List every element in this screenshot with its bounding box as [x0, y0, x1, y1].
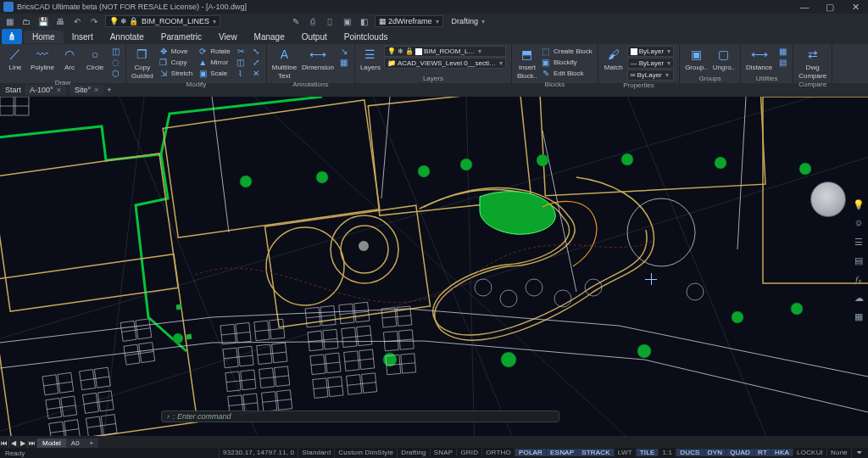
- add-doc-button[interactable]: +: [107, 86, 111, 94]
- mirror-button[interactable]: ▲Mirror: [198, 57, 231, 67]
- stretch-button[interactable]: ⇲Stretch: [159, 68, 192, 78]
- status-toggle-tile[interactable]: TILE: [636, 449, 659, 456]
- text-style[interactable]: Standard: [298, 448, 334, 458]
- tool-icon[interactable]: ⎙: [307, 15, 319, 27]
- color-bylayer-dd[interactable]: ByLayer▾: [627, 46, 674, 57]
- maximize-button[interactable]: ▢: [817, 2, 843, 13]
- current-layer-dropdown[interactable]: 💡❄🔒BIM_ROOM_L…▾: [384, 46, 506, 57]
- tab-insert[interactable]: Insert: [64, 31, 102, 43]
- edit-block-button[interactable]: ✎Edit Block: [541, 68, 593, 78]
- copy2-button[interactable]: ❐Copy: [159, 57, 192, 67]
- distance-button[interactable]: ⟷Distance: [746, 46, 772, 71]
- undo-icon[interactable]: ↶: [71, 15, 83, 27]
- status-toggle-dyn[interactable]: DYN: [704, 449, 726, 456]
- settings-icon[interactable]: ⛭: [853, 217, 865, 229]
- status-toggle-lockui[interactable]: LOCKUI: [793, 449, 826, 456]
- dimension-button[interactable]: ⟷Dimension: [302, 46, 334, 71]
- weight-bylayer-dd[interactable]: ═ByLayer▾: [627, 70, 674, 81]
- cad-canvas[interactable]: [0, 97, 868, 436]
- circle-button[interactable]: ○Circle: [85, 46, 105, 71]
- drawing-viewport[interactable]: 💡 ⛭ ☰ ▤ 𝑓ₓ ☁ ▦ › : Enter command: [0, 97, 868, 436]
- modify-more-icon[interactable]: ◫: [236, 57, 246, 67]
- dwg-compare-button[interactable]: ⇄DwgCompare: [798, 46, 826, 80]
- status-toggle-hka[interactable]: HKA: [771, 449, 793, 456]
- modify-more-icon[interactable]: ✂: [236, 46, 246, 56]
- layer-quick-selector[interactable]: 💡❄🔒 BIM_ROOM_LINES ▾: [105, 15, 220, 27]
- cloud-icon[interactable]: ☁: [853, 292, 865, 304]
- visual-style-selector[interactable]: ▦2dWireframe▾: [375, 15, 443, 27]
- doc-tab-site[interactable]: Site°×: [70, 85, 103, 95]
- line-button[interactable]: ／Line: [5, 46, 25, 71]
- util-icon[interactable]: ▦: [777, 46, 787, 56]
- status-toggle-strack[interactable]: STRACK: [577, 449, 614, 456]
- print-icon[interactable]: 🖶: [54, 15, 66, 27]
- status-toggle-grid[interactable]: GRID: [456, 449, 481, 456]
- tab-manage[interactable]: Manage: [246, 31, 293, 43]
- redo-icon[interactable]: ↷: [88, 15, 100, 27]
- open-icon[interactable]: 🗀: [20, 15, 32, 27]
- scale-button[interactable]: ▣Scale: [198, 68, 231, 78]
- new-icon[interactable]: ▦: [3, 15, 15, 27]
- status-toggle-1:1[interactable]: 1:1: [658, 449, 676, 456]
- draw-extra-icon[interactable]: ◫: [110, 46, 120, 56]
- status-toggle-esnap[interactable]: ESNAP: [546, 449, 577, 456]
- blockify-button[interactable]: ▣Blockify: [541, 57, 593, 67]
- tool-icon[interactable]: ◧: [358, 15, 370, 27]
- tab-parametric[interactable]: Parametric: [153, 31, 210, 43]
- arc-button[interactable]: ◠Arc: [59, 46, 80, 71]
- tab-annotate[interactable]: Annotate: [102, 31, 153, 43]
- table-icon[interactable]: ▦: [339, 57, 349, 67]
- status-toggle-polar[interactable]: POLAR: [515, 449, 546, 456]
- workspace-status[interactable]: Drafting: [397, 448, 430, 458]
- save-icon[interactable]: 💾: [37, 15, 49, 27]
- start-tab[interactable]: Start: [5, 86, 21, 94]
- status-toggle-rt[interactable]: RT: [754, 449, 771, 456]
- minimize-button[interactable]: —: [792, 2, 817, 12]
- draw-extra-icon[interactable]: ⬡: [110, 68, 120, 78]
- status-toggle-ducs[interactable]: DUCS: [676, 449, 703, 456]
- view-cube[interactable]: [810, 182, 846, 217]
- lightbulb-icon[interactable]: 💡: [853, 198, 865, 210]
- copy-button[interactable]: ❐CopyGuided: [131, 46, 153, 80]
- rotate-button[interactable]: ⟳Rotate: [198, 46, 231, 56]
- app-menu-button[interactable]: ⋔: [2, 29, 22, 44]
- tab-view[interactable]: View: [210, 31, 246, 43]
- close-button[interactable]: ✕: [843, 2, 868, 13]
- status-toggle-ortho[interactable]: ORTHO: [481, 449, 515, 456]
- line-bylayer-dd[interactable]: —ByLayer▾: [627, 58, 674, 69]
- util-icon[interactable]: ▤: [777, 57, 787, 67]
- command-line[interactable]: › : Enter command: [161, 411, 559, 422]
- modify-more-icon[interactable]: ⤡: [251, 46, 261, 56]
- draw-extra-icon[interactable]: ◌: [110, 57, 120, 67]
- status-toggle-quad[interactable]: QUAD: [726, 449, 754, 456]
- sheet-icon[interactable]: ▤: [853, 254, 865, 266]
- layers-button[interactable]: ☰Layers: [360, 46, 381, 71]
- group-button[interactable]: ▣Group..: [685, 46, 708, 71]
- status-toggle-lwt[interactable]: LWT: [614, 449, 636, 456]
- modify-more-icon[interactable]: ⌇: [236, 68, 246, 78]
- polyline-button[interactable]: 〰Polyline: [31, 46, 54, 71]
- status-toggle-none[interactable]: None: [826, 449, 851, 456]
- move-button[interactable]: ✥Move: [159, 46, 192, 56]
- status-toggle-snap[interactable]: SNAP: [430, 449, 457, 456]
- dim-style[interactable]: Custom DimStyle: [334, 448, 397, 458]
- tab-home[interactable]: Home: [24, 31, 64, 43]
- fx-icon[interactable]: 𝑓ₓ: [853, 273, 865, 285]
- modify-more-icon[interactable]: ✕: [251, 68, 261, 78]
- close-icon[interactable]: ×: [57, 86, 61, 94]
- modify-more-icon[interactable]: ⤢: [251, 57, 261, 67]
- tab-pointclouds[interactable]: Pointclouds: [336, 31, 397, 43]
- insert-block-button[interactable]: ⬒InsertBlock..: [517, 46, 537, 80]
- tool-icon[interactable]: ▣: [341, 15, 353, 27]
- close-icon[interactable]: ×: [94, 86, 98, 94]
- workspace-selector[interactable]: Drafting▾: [448, 15, 489, 27]
- grid-icon[interactable]: ▦: [853, 310, 865, 322]
- doc-tab-a100[interactable]: A-100°×: [25, 85, 66, 95]
- layer-filter-dropdown[interactable]: 📁ACAD_VIEWS_Level 0__secti…▾: [384, 58, 506, 69]
- tab-output[interactable]: Output: [293, 31, 336, 43]
- match-properties-button[interactable]: 🖌Match: [604, 46, 624, 71]
- leader-icon[interactable]: ↘: [339, 46, 349, 56]
- ungroup-button[interactable]: ▢Ungro..: [713, 46, 735, 71]
- create-block-button[interactable]: ⬚Create Block: [541, 46, 593, 56]
- tool-icon[interactable]: ⌷: [324, 15, 336, 27]
